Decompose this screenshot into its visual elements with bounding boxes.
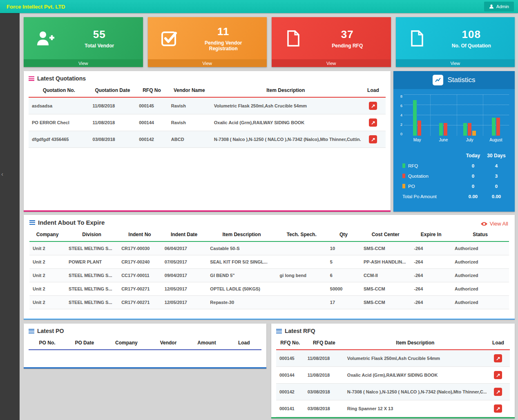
chart-bar-quotation: [444, 123, 447, 136]
load-cell: ↗: [487, 400, 510, 417]
table-header-row: CompanyDivisionIndent NoIndent DateItem …: [29, 228, 509, 241]
chart-bar-quotation: [418, 121, 421, 136]
table-cell: -264: [411, 255, 451, 269]
table-cell: asdsadsa: [29, 97, 89, 114]
table-cell: Authorized: [451, 282, 509, 296]
latest-quotations-title: Latest Quotations: [29, 75, 386, 82]
table-header-row: Quotation No.Quotation DateRFQ NoVendor …: [29, 83, 386, 97]
table-cell: Oxalic Acid (Grm),RAILWAY SIDING BOOK: [344, 367, 487, 384]
table-cell: 03/08/2018: [89, 131, 136, 148]
card-body: 55 Total Vendor: [24, 17, 143, 59]
table-cell: 12/05/2017: [161, 282, 207, 296]
table-cell: 000144: [276, 367, 304, 384]
list-icon: [29, 329, 34, 333]
load-icon[interactable]: ↗: [494, 404, 502, 413]
card-no-of-quotation: 108 No. Of Quotation View: [396, 17, 515, 67]
table-cell: POWER PLANT: [65, 255, 118, 269]
card-total-vendor: 55 Total Vendor View: [24, 17, 143, 67]
y-tick-label: 8: [397, 95, 404, 98]
latest-quotations-panel: Latest Quotations Quotation No.Quotation…: [24, 71, 391, 212]
load-icon[interactable]: ↗: [369, 118, 377, 127]
table-cell: 000144: [136, 114, 168, 131]
table-cell: 11/08/2018: [304, 350, 344, 367]
table-cell: CCM-II: [360, 269, 411, 282]
table-cell: 11/08/2018: [304, 367, 344, 384]
column-header: RFQ No.: [276, 336, 304, 350]
table-cell: SEAL KIT FOR 5/2 SINGL...: [207, 255, 276, 269]
y-tick-label: 0: [397, 132, 404, 136]
table-row: 00014203/08/2018N-7308 ( Nalco ),N-1250 …: [276, 384, 510, 400]
table-cell: dfgdfgdf 4356465: [29, 131, 89, 148]
table-cell: Authorized: [451, 241, 509, 255]
card-pending-rfq: 37 Pending RFQ View: [272, 17, 391, 67]
table-cell: Unit 2: [29, 282, 65, 296]
chart-bar-rfq: [463, 123, 467, 136]
top-header-bar: Force Intellect Pvt. LTD Admin: [0, 0, 518, 13]
chevron-left-icon[interactable]: ‹: [1, 171, 3, 177]
stat-cards-row: 55 Total Vendor View 11 Pending Vendor R…: [24, 17, 515, 67]
bar-group: [457, 95, 483, 136]
list-icon: [29, 220, 35, 225]
table-cell: STEEL MELTING S...: [65, 296, 118, 309]
summary-today-value: 0: [462, 174, 484, 179]
table-cell: STEEL MELTING S...: [65, 269, 118, 282]
legend-swatch: [402, 184, 405, 188]
view-all-label: View All: [490, 221, 508, 227]
table-row: Unit 2STEEL MELTING S...CR17Y-0027112/05…: [29, 296, 509, 309]
summary-row: PO00: [402, 181, 509, 191]
view-button-no-of-quotation[interactable]: View: [396, 59, 515, 67]
summary-label: Quotation: [408, 174, 429, 179]
bar-group: [404, 95, 430, 136]
view-all-link[interactable]: View All: [480, 221, 508, 227]
load-icon[interactable]: ↗: [494, 388, 502, 396]
card-text: 37 Pending RFQ: [315, 28, 391, 49]
view-button-total-vendor[interactable]: View: [24, 59, 143, 67]
admin-button[interactable]: Admin: [484, 2, 514, 11]
summary-30days-value: 3: [484, 174, 509, 179]
column-header: Company: [29, 228, 65, 241]
card-value: 55: [67, 28, 132, 41]
table-cell: -264: [411, 241, 451, 255]
load-icon[interactable]: ↗: [494, 354, 502, 362]
column-header: Quotation Date: [89, 83, 136, 97]
summary-today-value: 0: [462, 184, 484, 189]
load-icon[interactable]: ↗: [369, 135, 377, 143]
indent-expire-panel: Indent About To Expire View All CompanyD…: [24, 215, 515, 319]
table-cell: 09/04/2017: [161, 269, 207, 282]
column-header: Amount: [187, 336, 227, 350]
legend-swatch: [402, 163, 405, 168]
column-header: Company: [103, 336, 150, 350]
table-cell: 000145: [136, 97, 168, 114]
card-label: No. Of Quotation: [439, 43, 505, 49]
table-cell: N-7308 ( Nalco ),N-1250 ( NALCO ),N-7342…: [344, 384, 487, 400]
card-body: 37 Pending RFQ: [272, 17, 391, 59]
column-header: PO Date: [66, 336, 103, 350]
table-cell: Ravish: [168, 114, 211, 131]
column-header: Status: [451, 228, 509, 241]
indent-expire-title: Indent About To Expire: [29, 219, 509, 226]
table-row: asdsadsa11/08/2018000145RavishVolumetric…: [29, 97, 386, 114]
card-text: 55 Total Vendor: [67, 28, 143, 49]
latest-rfq-table: RFQ No.RFQ DateItem DescriptionLoad 0001…: [276, 336, 510, 417]
sidebar: ‹: [0, 13, 20, 420]
load-icon[interactable]: ↗: [494, 371, 502, 379]
load-cell: ↗: [487, 384, 510, 400]
load-icon[interactable]: ↗: [369, 102, 377, 110]
latest-quotations-table: Quotation No.Quotation DateRFQ NoVendor …: [29, 83, 386, 148]
table-cell: -264: [411, 269, 451, 282]
summary-label-cell: RFQ: [402, 163, 462, 168]
load-cell: ↗: [361, 97, 386, 114]
column-header: Item Description: [344, 336, 487, 350]
view-button-pending-rfq[interactable]: View: [272, 59, 391, 67]
table-cell: 07/05/2017: [161, 255, 207, 269]
table-cell: 03/08/2018: [304, 384, 344, 400]
view-button-pending-registration[interactable]: View: [148, 59, 267, 67]
table-cell: Volumetric Flask 250ml,Ash Crucible 54mm: [211, 97, 361, 114]
summary-label: Total Po Amount: [402, 194, 437, 199]
column-header: RFQ No: [136, 83, 168, 97]
main-content: 55 Total Vendor View 11 Pending Vendor R…: [20, 13, 518, 418]
list-icon: [29, 76, 34, 81]
panel-title-text: Latest PO: [37, 328, 64, 334]
x-tick-label: May: [404, 138, 430, 142]
load-cell: ↗: [487, 367, 510, 384]
